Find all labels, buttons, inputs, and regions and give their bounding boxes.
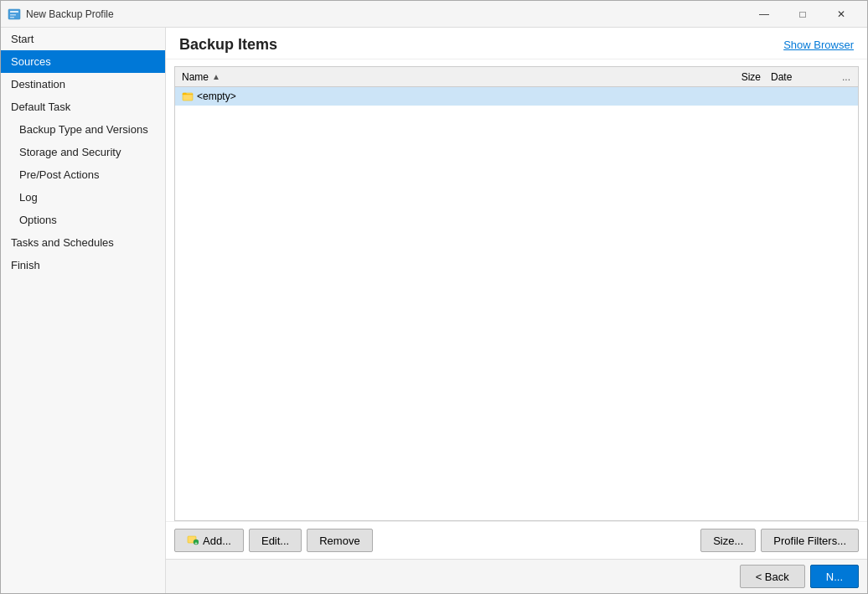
add-button[interactable]: + Add... xyxy=(174,529,244,552)
table-row[interactable]: <empty> xyxy=(175,87,858,106)
backup-items-table: Name ▲ Size Date ... xyxy=(174,66,859,521)
sidebar-item-options[interactable]: Options xyxy=(1,209,165,231)
sidebar-item-sources[interactable]: Sources xyxy=(1,50,165,73)
remove-button[interactable]: Remove xyxy=(307,529,372,552)
row-icon xyxy=(182,90,194,102)
show-browser-link[interactable]: Show Browser xyxy=(783,39,854,51)
close-button[interactable]: ✕ xyxy=(822,1,860,28)
row-name: <empty> xyxy=(175,90,717,102)
titlebar-controls: — □ ✕ xyxy=(745,1,860,28)
sidebar-item-destination[interactable]: Destination xyxy=(1,73,165,96)
main-window: New Backup Profile — □ ✕ Start Sources D… xyxy=(0,0,868,594)
svg-rect-2 xyxy=(10,14,16,16)
name-column-label: Name xyxy=(182,71,209,83)
sidebar-item-finish[interactable]: Finish xyxy=(1,254,165,276)
sidebar-item-storage-security[interactable]: Storage and Security xyxy=(1,141,165,163)
column-header-size: Size xyxy=(717,71,767,83)
sidebar-item-default-task[interactable]: Default Task xyxy=(1,96,165,118)
sidebar-item-tasks-schedules[interactable]: Tasks and Schedules xyxy=(1,231,165,254)
app-icon xyxy=(8,8,21,21)
sidebar-item-pre-post[interactable]: Pre/Post Actions xyxy=(1,163,165,186)
row-empty-label: <empty> xyxy=(197,90,236,102)
titlebar: New Backup Profile — □ ✕ xyxy=(1,1,867,28)
sidebar-item-log[interactable]: Log xyxy=(1,186,165,209)
bottom-toolbar: + Add... Edit... Remove Size... Profile … xyxy=(166,521,867,559)
window-title: New Backup Profile xyxy=(26,8,745,20)
table-body: <empty> xyxy=(175,87,858,520)
add-icon: + xyxy=(187,534,199,548)
edit-button[interactable]: Edit... xyxy=(249,529,302,552)
sidebar-item-backup-type[interactable]: Backup Type and Versions xyxy=(1,118,165,141)
main-content: Backup Items Show Browser Name ▲ Size Da… xyxy=(166,28,867,593)
page-title: Backup Items xyxy=(179,36,277,54)
sidebar: Start Sources Destination Default Task B… xyxy=(1,28,166,593)
table-header: Name ▲ Size Date ... xyxy=(175,67,858,87)
column-header-name: Name ▲ xyxy=(175,71,717,83)
size-button[interactable]: Size... xyxy=(700,529,756,552)
svg-text:+: + xyxy=(194,540,198,545)
sidebar-item-start[interactable]: Start xyxy=(1,28,165,50)
sort-arrow-icon: ▲ xyxy=(212,72,220,81)
main-header: Backup Items Show Browser xyxy=(166,28,867,59)
maximize-button[interactable]: □ xyxy=(783,1,822,28)
content-area: Start Sources Destination Default Task B… xyxy=(1,28,867,593)
svg-rect-1 xyxy=(10,11,18,13)
column-header-more[interactable]: ... xyxy=(834,71,858,83)
navigation-bar: < Back N... xyxy=(166,559,867,593)
add-label: Add... xyxy=(203,535,231,547)
profile-filters-button[interactable]: Profile Filters... xyxy=(761,529,859,552)
back-button[interactable]: < Back xyxy=(740,565,805,588)
minimize-button[interactable]: — xyxy=(745,1,783,28)
next-button[interactable]: N... xyxy=(810,565,859,588)
column-header-date: Date xyxy=(767,71,834,83)
svg-rect-3 xyxy=(10,17,14,18)
